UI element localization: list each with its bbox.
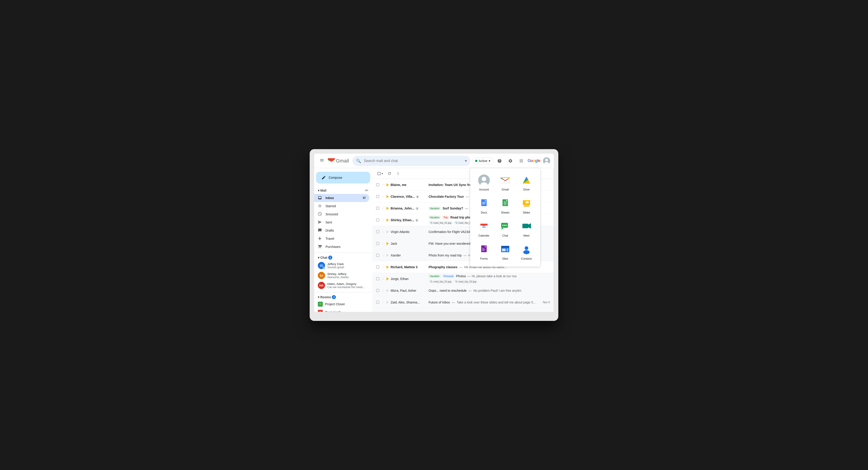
compose-button[interactable]: Compose	[316, 172, 370, 184]
rooms-section-header[interactable]: ▾ Rooms 1	[314, 294, 372, 300]
svg-point-38	[504, 225, 505, 226]
search-dropdown-icon[interactable]: ▾	[465, 159, 467, 163]
contact-avatar-shirley: SJ	[318, 272, 325, 279]
search-input[interactable]	[364, 159, 462, 163]
label-vacation-3: Vacation	[429, 207, 441, 210]
purchases-label: Purchases	[326, 245, 366, 249]
star-button-2[interactable]: ☆	[381, 194, 385, 199]
email-row-12[interactable]: ☆ Peter, Christina Vacation Bread and co…	[372, 308, 554, 312]
status-button[interactable]: Active ▾	[472, 157, 493, 164]
email-checkbox-8[interactable]	[376, 265, 380, 269]
travel-label: Travel	[326, 237, 366, 241]
app-icon-calendar: 31	[478, 221, 490, 232]
app-label-drive: Drive	[523, 188, 530, 191]
email-checkbox-3[interactable]	[376, 207, 380, 210]
email-sender-6: Jack	[391, 242, 427, 245]
chat-contact-jeffery[interactable]: JC Jeffery Clark Sounds great!	[314, 260, 372, 271]
compose-icon[interactable]: ✏	[365, 188, 368, 193]
email-row-10[interactable]: ☆ Mizra, Paul, Asher Oops... need to res…	[372, 285, 554, 296]
email-checkbox-10[interactable]	[376, 289, 380, 292]
menu-icon[interactable]	[318, 156, 326, 165]
app-item-account[interactable]: Account	[474, 172, 494, 194]
app-icon-docs	[478, 197, 490, 209]
app-item-calendar[interactable]: 31 Calender	[474, 218, 494, 240]
app-item-meet[interactable]: Meet	[516, 218, 537, 240]
nav-item-snoozed[interactable]: Snoozed	[314, 210, 369, 218]
app-item-chat[interactable]: Chat	[495, 218, 515, 240]
app-item-gmail[interactable]: Gmail	[495, 172, 515, 194]
contact-name-jeffery: Jeffery Clark	[327, 262, 368, 266]
contact-preview-shirley: Awesome, thanks.	[327, 276, 368, 279]
star-button-3[interactable]: ☆	[381, 206, 385, 210]
star-button-4[interactable]: ☆	[381, 218, 385, 222]
star-button-8[interactable]: ☆	[381, 265, 385, 269]
app-icon-meet	[521, 221, 532, 232]
app-item-contacts[interactable]: Contacts	[516, 241, 537, 263]
svg-text:31: 31	[482, 225, 486, 228]
app-item-forms[interactable]: Forms	[474, 241, 494, 263]
user-avatar[interactable]	[543, 157, 550, 164]
svg-rect-52	[501, 246, 509, 248]
apps-button[interactable]	[517, 156, 526, 165]
label-vacation-9: Vacation	[429, 274, 441, 278]
app-item-sites[interactable]: Sites	[495, 241, 515, 263]
nav-item-travel[interactable]: Travel	[314, 234, 369, 243]
settings-button[interactable]	[506, 156, 515, 165]
contact-name-shirley: Shirley, Jeffery	[327, 272, 368, 276]
chat-contact-shirley[interactable]: SJ Shirley, Jeffery Awesome, thanks.	[314, 271, 372, 280]
more-options-button[interactable]	[395, 170, 401, 177]
email-subject-6: FW: Have you ever wondered...?	[429, 242, 475, 245]
app-item-sheets[interactable]: Sheets	[495, 195, 515, 217]
select-all-button[interactable]: ▾	[376, 170, 384, 177]
email-checkbox-1[interactable]	[376, 183, 380, 186]
email-sender-4: Shirley, Ethan... 2	[391, 218, 427, 222]
email-sender-8: Richard, Mattew 3	[391, 265, 427, 269]
nav-item-inbox[interactable]: Inbox 37	[314, 194, 369, 202]
important-marker-4	[386, 219, 389, 222]
app-icon-sheets	[499, 197, 511, 209]
email-checkbox-6[interactable]	[376, 242, 380, 245]
svg-rect-42	[522, 224, 528, 228]
room-team-leads[interactable]: 🚀 Team leads	[314, 308, 372, 312]
nav-item-sent[interactable]: Sent	[314, 218, 369, 226]
star-button-11[interactable]: ☆	[381, 300, 385, 304]
star-button-10[interactable]: ☆	[381, 288, 385, 293]
email-checkbox-5[interactable]	[376, 230, 380, 233]
star-button-9[interactable]: ☆	[381, 277, 385, 281]
app-item-drive[interactable]: Drive	[516, 172, 537, 194]
nav-item-purchases[interactable]: Purchases	[314, 243, 369, 251]
svg-rect-30	[526, 201, 529, 203]
app-item-slides[interactable]: Slides	[516, 195, 537, 217]
star-button-1[interactable]: ☆	[381, 183, 385, 187]
gmail-logo: Gmail	[328, 158, 349, 164]
email-row-11[interactable]: ☆ Zaid, Alex, Shanna... Future of Inbox …	[372, 296, 554, 308]
chat-contact-helen[interactable]: HA Helen, Adam, Gregory Can we reschedul…	[314, 280, 372, 290]
nav-item-drafts[interactable]: Drafts	[314, 226, 369, 234]
chat-section-header[interactable]: ▾ Chat 1	[314, 255, 372, 260]
svg-rect-55	[506, 250, 508, 251]
search-bar[interactable]: 🔍 ▾	[352, 156, 470, 166]
contact-info-helen: Helen, Adam, Gregory Can we reschedule t…	[327, 282, 368, 289]
mail-section-header[interactable]: ▾ Mail ✏	[314, 187, 372, 194]
star-button-5[interactable]: ☆	[381, 229, 385, 234]
email-checkbox-2[interactable]	[376, 195, 380, 198]
nav-item-starred[interactable]: Starred	[314, 202, 369, 210]
contact-name-helen: Helen, Adam, Gregory	[327, 282, 368, 286]
room-project-clover[interactable]: 🍀 Project Clover	[314, 300, 372, 308]
svg-point-1	[545, 159, 548, 161]
email-checkbox-4[interactable]	[376, 219, 380, 221]
refresh-button[interactable]	[386, 170, 393, 177]
email-checkbox-11[interactable]	[376, 301, 380, 304]
star-button-6[interactable]: ☆	[381, 241, 385, 246]
star-button-7[interactable]: ☆	[381, 253, 385, 257]
email-checkbox-9[interactable]	[376, 277, 380, 280]
app-item-docs[interactable]: Docs	[474, 195, 494, 217]
status-dropdown-icon: ▾	[489, 159, 490, 163]
app-icon-forms	[478, 244, 490, 255]
contact-info-jeffery: Jeffery Clark Sounds great!	[327, 262, 368, 269]
room-icon-leads: 🚀	[318, 310, 323, 312]
help-button[interactable]	[495, 156, 504, 165]
email-checkbox-7[interactable]	[376, 254, 380, 257]
email-row-9[interactable]: ☆ Jorge, Ethan Vacation Personal Photos …	[372, 273, 554, 285]
chat-chevron: ▾	[318, 256, 319, 259]
